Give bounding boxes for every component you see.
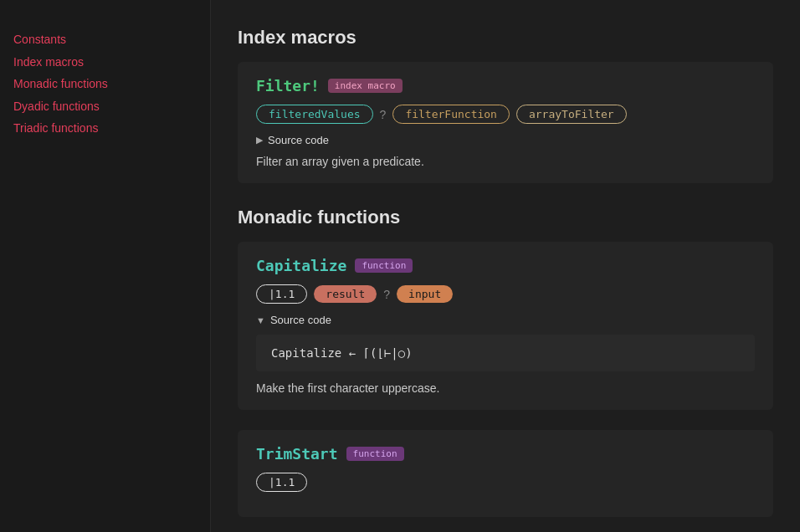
- capitalize-badge: function: [355, 258, 413, 273]
- main-content: Index macros Filter! index macro filtere…: [211, 0, 800, 532]
- index-macros-section: Index macros Filter! index macro filtere…: [238, 27, 773, 183]
- sig-input: input: [397, 285, 453, 303]
- trimstart-header: TrimStart function: [256, 445, 755, 463]
- sig-filtered-values: filteredValues: [256, 105, 373, 124]
- filter-header: Filter! index macro: [256, 77, 755, 95]
- sidebar-item-constants[interactable]: Constants: [13, 28, 197, 51]
- sidebar-item-dyadic-functions[interactable]: Dyadic functions: [13, 95, 197, 118]
- sidebar-item-triadic-functions[interactable]: Triadic functions: [13, 117, 197, 140]
- trimstart-badge: function: [346, 447, 404, 461]
- capitalize-header: Capitalize function: [256, 257, 755, 274]
- filter-description: Filter an array given a predicate.: [256, 155, 755, 168]
- sig-version-1: |1.1: [256, 284, 307, 304]
- sig-question-2: ?: [383, 288, 390, 301]
- trimstart-signature: |1.1: [256, 473, 755, 492]
- capitalize-source-label: Source code: [270, 314, 331, 326]
- filter-source-toggle[interactable]: ▶ Source code: [256, 134, 755, 146]
- index-macros-title: Index macros: [238, 27, 773, 49]
- sidebar-nav: Constants Index macros Monadic functions…: [13, 28, 197, 140]
- filter-badge: index macro: [328, 79, 403, 93]
- capitalize-signature: |1.1 result ? input: [256, 284, 755, 304]
- filter-source-label: Source code: [268, 134, 329, 146]
- filter-card: Filter! index macro filteredValues ? fil…: [238, 62, 773, 183]
- sig-filter-function: filterFunction: [392, 105, 510, 124]
- filter-name: Filter!: [256, 77, 320, 95]
- monadic-functions-title: Monadic functions: [238, 207, 773, 228]
- trimstart-card: TrimStart function |1.1: [238, 430, 773, 517]
- filter-signature: filteredValues ? filterFunction arrayToF…: [256, 105, 755, 124]
- sig-version-trimstart: |1.1: [256, 473, 307, 492]
- sidebar-item-monadic-functions[interactable]: Monadic functions: [13, 73, 197, 95]
- filter-source-arrow: ▶: [256, 135, 263, 146]
- capitalize-description: Make the first character uppercase.: [256, 381, 755, 395]
- sig-question-1: ?: [380, 108, 387, 121]
- sidebar: Constants Index macros Monadic functions…: [0, 0, 211, 532]
- sidebar-item-index-macros[interactable]: Index macros: [13, 51, 197, 74]
- capitalize-source-toggle[interactable]: ▼ Source code: [256, 314, 755, 326]
- capitalize-source-arrow: ▼: [256, 315, 265, 325]
- monadic-functions-section: Monadic functions Capitalize function |1…: [238, 207, 773, 517]
- trimstart-name: TrimStart: [256, 445, 338, 463]
- sig-result: result: [314, 285, 377, 303]
- sig-array-to-filter: arrayToFilter: [516, 105, 627, 124]
- capitalize-name: Capitalize: [256, 257, 346, 274]
- capitalize-code-block: Capitalize ← ⌈(⌊⊢|○): [256, 335, 755, 371]
- capitalize-card: Capitalize function |1.1 result ? input …: [238, 242, 773, 410]
